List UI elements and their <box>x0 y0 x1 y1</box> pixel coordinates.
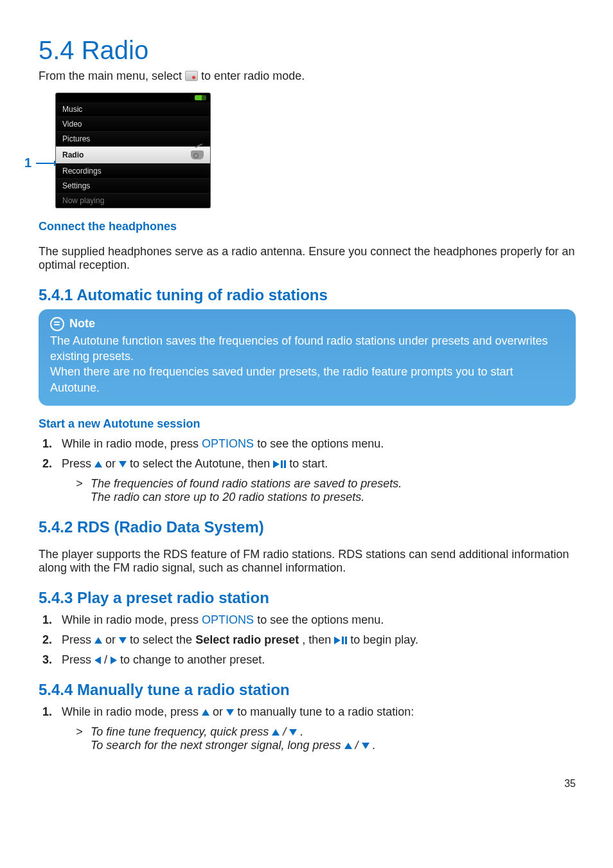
step: While in radio mode, press OPTIONS to se… <box>55 613 576 627</box>
right-icon <box>111 656 117 664</box>
play-pause-icon <box>273 460 286 468</box>
step-text: / <box>104 653 107 666</box>
menu-item: Now playing <box>56 194 210 208</box>
down-icon <box>289 729 297 736</box>
left-icon <box>94 656 101 664</box>
result-marker: > <box>76 477 87 491</box>
paragraph: The player supports the RDS feature of F… <box>39 548 576 575</box>
callout-leader <box>36 163 54 164</box>
up-icon <box>272 729 280 736</box>
menu-item: Recordings <box>56 164 210 179</box>
steps-list: While in radio mode, press OPTIONS to se… <box>39 437 576 504</box>
paragraph: The supplied headphones serve as a radio… <box>39 245 576 272</box>
page-title: 5.4 Radio <box>39 36 576 65</box>
note-icon <box>50 317 64 331</box>
down-icon <box>119 637 127 644</box>
battery-icon <box>56 93 210 102</box>
note-body: When there are no frequencies saved unde… <box>50 364 564 395</box>
step-text: to start. <box>289 457 328 470</box>
result-text: To search for the next stronger signal, … <box>91 739 376 752</box>
step-text: to change to another preset. <box>120 653 265 666</box>
steps-list: While in radio mode, press or to manuall… <box>39 705 576 752</box>
note-box: Note The Autotune function saves the fre… <box>39 309 576 405</box>
step-text: or <box>105 457 119 470</box>
step: While in radio mode, press or to manuall… <box>55 705 576 752</box>
note-body: The Autotune function saves the frequenc… <box>50 333 564 365</box>
play-pause-icon <box>334 637 347 644</box>
step-text: Press <box>62 633 94 646</box>
radio-icon <box>191 150 204 159</box>
result-marker: > <box>76 725 87 739</box>
callout-number: 1 <box>24 156 31 170</box>
options-keyword: OPTIONS <box>202 437 254 450</box>
intro-line: From the main menu, select to enter radi… <box>39 69 576 84</box>
result-text: The radio can store up to 20 radio stati… <box>91 491 364 503</box>
step-text: to select the Autotune, then <box>130 457 273 470</box>
menu-item-label: Radio <box>62 150 84 159</box>
step-text: While in radio mode, press <box>62 705 202 718</box>
step-text: to manually tune to a radio station: <box>237 705 414 718</box>
down-icon <box>362 743 369 749</box>
result-text: The frequencies of found radio stations … <box>91 477 402 490</box>
section-heading-544: 5.4.4 Manually tune a radio station <box>39 681 576 699</box>
step-text: to begin play. <box>350 633 418 646</box>
device-figure: 1 Music Video Pictures Radio Recordings … <box>39 93 212 208</box>
up-icon <box>94 461 102 467</box>
step: Press or to select the Select radio pres… <box>55 633 576 647</box>
subheading-connect: Connect the headphones <box>39 220 576 233</box>
up-icon <box>202 709 209 716</box>
up-icon <box>94 637 102 644</box>
section-heading-541: 5.4.1 Automatic tuning of radio stations <box>39 286 576 304</box>
steps-list: While in radio mode, press OPTIONS to se… <box>39 613 576 667</box>
play-icon <box>334 637 341 644</box>
menu-item: Settings <box>56 179 210 194</box>
step-text: or <box>105 633 119 646</box>
device-screen: Music Video Pictures Radio Recordings Se… <box>55 93 211 208</box>
step-text: to see the options menu. <box>257 437 384 450</box>
intro-text-after: to enter radio mode. <box>201 69 305 82</box>
pause-icon <box>342 637 347 644</box>
note-label: Note <box>69 316 95 331</box>
result-text: To fine tune frequency, quick press / . <box>91 725 303 738</box>
section-heading-542: 5.4.2 RDS (Radio Data System) <box>39 518 576 536</box>
play-icon <box>273 460 280 468</box>
step-text: to select the <box>130 633 195 646</box>
step: While in radio mode, press OPTIONS to se… <box>55 437 576 451</box>
step: Press / to change to another preset. <box>55 653 576 667</box>
down-icon <box>119 461 127 467</box>
step: Press or to select the Autotune, then to… <box>55 457 576 504</box>
intro-text-before: From the main menu, select <box>39 69 185 82</box>
step-text: While in radio mode, press <box>62 437 202 450</box>
step-text: Press <box>62 653 94 666</box>
down-icon <box>226 709 234 716</box>
menu-item: Pictures <box>56 132 210 147</box>
pause-icon <box>281 460 286 468</box>
section-heading-543: 5.4.3 Play a preset radio station <box>39 589 576 607</box>
step-text: or <box>213 705 226 718</box>
page-number: 35 <box>39 778 576 790</box>
radio-icon <box>185 71 198 81</box>
up-icon <box>344 743 352 749</box>
menu-item: Music <box>56 102 210 117</box>
step-text: While in radio mode, press <box>62 613 202 626</box>
step-text: Press <box>62 457 94 470</box>
step-text: , then <box>302 633 334 646</box>
step-text: to see the options menu. <box>257 613 384 626</box>
menu-item: Video <box>56 117 210 132</box>
bold-term: Select radio preset <box>195 633 299 646</box>
options-keyword: OPTIONS <box>202 613 254 626</box>
subheading-autotune: Start a new Autotune session <box>39 417 576 431</box>
menu-item-selected: Radio <box>56 147 210 164</box>
